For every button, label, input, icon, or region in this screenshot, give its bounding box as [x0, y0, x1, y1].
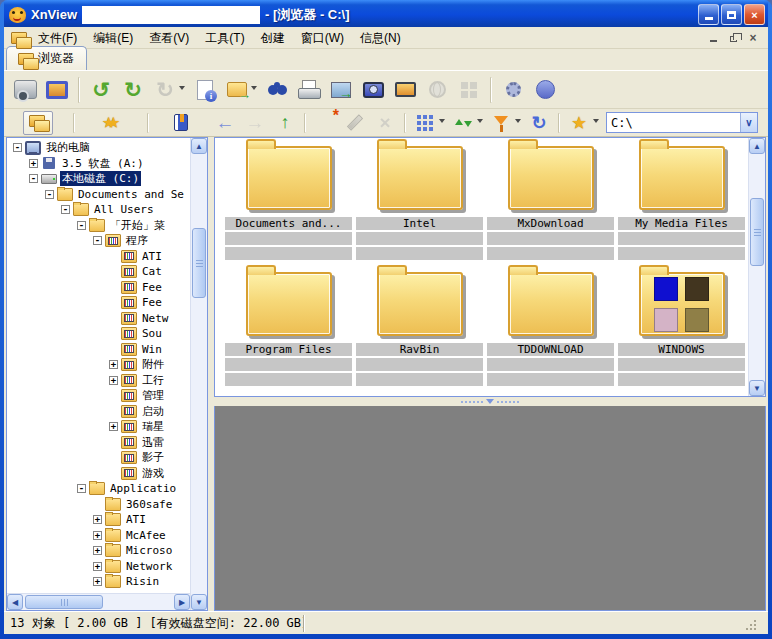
scroll-thumb[interactable]	[192, 228, 206, 298]
tree-item[interactable]: + ATI	[7, 512, 190, 528]
combo-dropdown-button[interactable]: ∨	[740, 113, 757, 132]
forward-button[interactable]	[240, 111, 270, 135]
tree-item[interactable]: + McAfee	[7, 528, 190, 544]
tree-item[interactable]: Netw	[7, 311, 190, 327]
tree-item[interactable]: + Microso	[7, 543, 190, 559]
Intel[interactable]: Intel	[356, 146, 483, 260]
favorites-button[interactable]	[564, 111, 602, 135]
folders-pane-button[interactable]	[23, 111, 53, 135]
MxDownload[interactable]: MxDownload	[487, 146, 614, 260]
export-button[interactable]	[326, 75, 356, 105]
view-mode-button[interactable]	[410, 111, 448, 135]
scroll-up-arrow[interactable]: ▲	[191, 138, 207, 154]
back-button[interactable]	[210, 111, 240, 135]
edit-button[interactable]	[340, 111, 370, 135]
filter-button[interactable]	[486, 111, 524, 135]
WINDOWS[interactable]: WINDOWS	[618, 272, 745, 386]
expand-toggle[interactable]: -	[93, 236, 102, 245]
new-folder-button[interactable]	[310, 111, 340, 135]
menu-info[interactable]: 信息(N)	[352, 29, 409, 47]
expand-toggle[interactable]	[109, 314, 118, 323]
resize-grip[interactable]	[754, 620, 756, 622]
menu-view[interactable]: 查看(V)	[141, 29, 197, 47]
open-with-button[interactable]	[222, 75, 260, 105]
viewer-button[interactable]	[10, 75, 40, 105]
mdi-close-button[interactable]: ×	[745, 31, 761, 45]
preview-splitter[interactable]	[214, 397, 766, 406]
rotate-right-button[interactable]	[118, 75, 148, 105]
scroll-right-arrow[interactable]: ▶	[174, 594, 190, 610]
tree-item[interactable]: - Applicatio	[7, 481, 190, 497]
tree-item[interactable]: - 我的电脑	[7, 140, 190, 156]
tree-item[interactable]: 360safe	[7, 497, 190, 513]
tree-item[interactable]: Cat	[7, 264, 190, 280]
properties-button[interactable]	[190, 75, 220, 105]
scroll-thumb[interactable]	[750, 198, 764, 266]
expand-toggle[interactable]: +	[109, 376, 118, 385]
expand-toggle[interactable]: +	[93, 562, 102, 571]
slideshow-button[interactable]	[390, 75, 420, 105]
expand-toggle[interactable]	[109, 267, 118, 276]
tree-item[interactable]: 迅雷	[7, 435, 190, 451]
splitter-handle[interactable]	[455, 398, 525, 405]
rotate-options-button[interactable]	[150, 75, 188, 105]
sort-button[interactable]	[448, 111, 486, 135]
scroll-down-arrow[interactable]: ▼	[749, 380, 765, 396]
expand-toggle[interactable]	[109, 252, 118, 261]
tree-horizontal-scrollbar[interactable]: ◀ ▶	[7, 593, 190, 610]
tree-item[interactable]: - 程序	[7, 233, 190, 249]
menu-create[interactable]: 创建	[253, 29, 293, 47]
mdi-minimize-button[interactable]	[705, 31, 721, 45]
categories-pane-button[interactable]	[169, 111, 193, 135]
search-button[interactable]	[262, 75, 292, 105]
expand-toggle[interactable]: +	[109, 360, 118, 369]
favorites-pane-button[interactable]	[96, 111, 126, 135]
expand-toggle[interactable]	[109, 407, 118, 416]
expand-toggle[interactable]: -	[29, 174, 38, 183]
tree-item[interactable]: ATI	[7, 249, 190, 265]
close-button[interactable]: ×	[744, 4, 765, 25]
RavBin[interactable]: RavBin	[356, 272, 483, 386]
My Media Files[interactable]: My Media Files	[618, 146, 745, 260]
tree-item[interactable]: Fee	[7, 295, 190, 311]
Documents and...[interactable]: Documents and...	[225, 146, 352, 260]
tree-item[interactable]: + Risin	[7, 574, 190, 590]
expand-toggle[interactable]	[109, 391, 118, 400]
expand-toggle[interactable]	[109, 345, 118, 354]
menu-file[interactable]: 文件(F)	[30, 29, 85, 47]
expand-toggle[interactable]	[109, 283, 118, 292]
print-button[interactable]	[294, 75, 324, 105]
menu-window[interactable]: 窗口(W)	[293, 29, 352, 47]
expand-toggle[interactable]: +	[93, 577, 102, 586]
menu-edit[interactable]: 编辑(E)	[85, 29, 141, 47]
help-button[interactable]	[530, 75, 560, 105]
web-button[interactable]	[422, 75, 452, 105]
tree-item[interactable]: - 「开始」菜	[7, 218, 190, 234]
expand-toggle[interactable]: +	[109, 422, 118, 431]
expand-toggle[interactable]: -	[61, 205, 70, 214]
expand-toggle[interactable]: +	[93, 546, 102, 555]
scroll-up-arrow[interactable]: ▲	[749, 138, 765, 154]
fullscreen-button[interactable]	[42, 75, 72, 105]
tab-browser[interactable]: 浏览器	[6, 46, 87, 70]
expand-toggle[interactable]: +	[93, 531, 102, 540]
Program Files[interactable]: Program Files	[225, 272, 352, 386]
up-button[interactable]	[270, 111, 300, 135]
tree-item[interactable]: - All Users	[7, 202, 190, 218]
expand-toggle[interactable]: +	[29, 159, 38, 168]
thumbs-vertical-scrollbar[interactable]: ▲ ▼	[748, 138, 765, 396]
rotate-left-button[interactable]	[86, 75, 116, 105]
refresh-button[interactable]	[524, 111, 554, 135]
tree-vertical-scrollbar[interactable]: ▲ ▼	[190, 138, 207, 610]
expand-toggle[interactable]: -	[45, 190, 54, 199]
capture-button[interactable]	[358, 75, 388, 105]
expand-toggle[interactable]	[109, 329, 118, 338]
path-combobox[interactable]: C:\ ∨	[606, 112, 758, 133]
scroll-thumb[interactable]	[25, 595, 103, 609]
expand-toggle[interactable]	[109, 469, 118, 478]
scroll-down-arrow[interactable]: ▼	[191, 594, 207, 610]
mdi-restore-button[interactable]	[725, 31, 741, 45]
expand-toggle[interactable]	[109, 298, 118, 307]
tree-item[interactable]: 影子	[7, 450, 190, 466]
menu-tools[interactable]: 工具(T)	[197, 29, 252, 47]
